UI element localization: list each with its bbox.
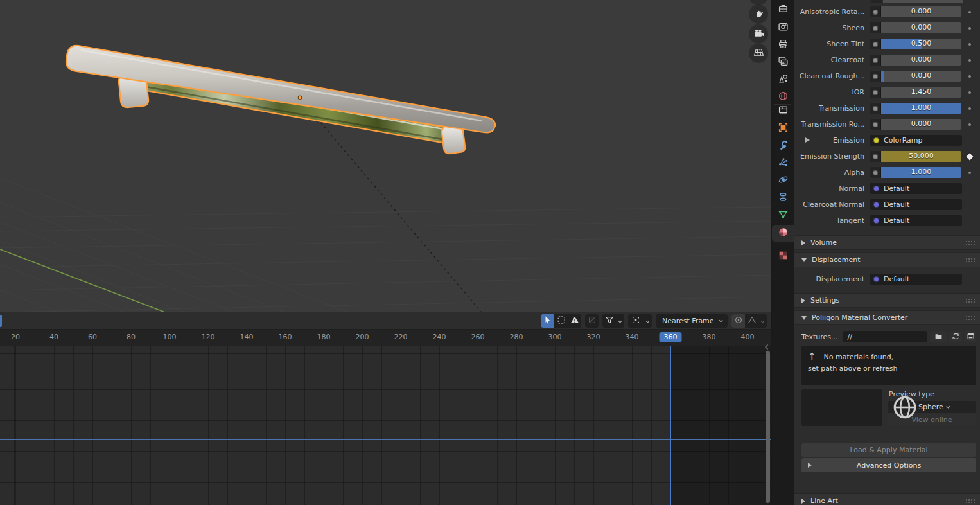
refresh-button[interactable] — [949, 331, 962, 342]
preview-type-dropdown[interactable]: Sphere — [888, 401, 976, 413]
socket-button[interactable] — [870, 151, 881, 162]
animate-indicator[interactable] — [961, 43, 978, 46]
animate-dot-icon — [968, 75, 971, 78]
section-line-art[interactable]: Line Art — [794, 493, 980, 505]
socket-button[interactable] — [870, 6, 881, 17]
textures-path-field[interactable]: // — [843, 331, 928, 342]
value-slider[interactable]: 0.000 — [881, 22, 961, 33]
tab-view-layer[interactable] — [772, 54, 794, 71]
socket-button[interactable] — [870, 103, 881, 114]
node-input[interactable]: Default — [870, 215, 962, 226]
filter-icon — [605, 315, 614, 327]
panel-grip-icon[interactable] — [965, 298, 975, 303]
animate-indicator[interactable] — [961, 75, 978, 78]
socket-button[interactable] — [870, 87, 881, 98]
snap-target-button[interactable] — [628, 314, 643, 328]
current-frame-badge[interactable]: 360 — [660, 332, 682, 342]
socket-button[interactable] — [870, 22, 881, 33]
node-input[interactable]: ColorRamp — [870, 135, 962, 146]
tweak-tool-button[interactable] — [541, 314, 554, 328]
ortho-toggle-gizmo[interactable] — [749, 44, 768, 63]
value-slider[interactable]: 0.000 — [881, 6, 961, 17]
animate-indicator[interactable] — [961, 11, 978, 13]
empty-state-line1: No materials found, — [824, 353, 894, 361]
section-displacement[interactable]: Displacement — [794, 253, 980, 267]
viewport-3d[interactable] — [0, 0, 772, 312]
tab-render[interactable] — [772, 19, 794, 36]
value-slider[interactable]: 1.000 — [881, 103, 961, 114]
displacement-input[interactable]: Default — [870, 274, 962, 285]
proportional-edit-button[interactable] — [731, 314, 745, 328]
panel-grip-icon[interactable] — [965, 499, 975, 503]
value-slider[interactable]: 1.000 — [881, 167, 961, 178]
panel-grip-icon[interactable] — [965, 258, 975, 262]
snap-target-dropdown[interactable] — [643, 314, 652, 328]
socket-button[interactable] — [870, 39, 881, 49]
value-slider[interactable]: 0.030 — [881, 71, 961, 82]
tab-particles[interactable] — [772, 155, 794, 172]
editor-type-button-partial[interactable] — [0, 315, 2, 327]
ruler-tick-80: 80 — [127, 333, 136, 341]
open-folder-button[interactable] — [930, 331, 947, 342]
camera-view-gizmo[interactable] — [749, 24, 768, 44]
animate-indicator[interactable] — [961, 59, 978, 62]
panel-grip-icon[interactable] — [965, 240, 975, 245]
tab-texture[interactable] — [772, 248, 794, 265]
timeline-scrollbar[interactable] — [766, 351, 770, 503]
animate-indicator[interactable] — [961, 172, 978, 174]
tab-tool[interactable] — [772, 1, 794, 18]
animate-indicator[interactable] — [961, 91, 978, 94]
proportional-group — [731, 314, 767, 328]
node-input[interactable]: Default — [870, 199, 962, 210]
box-select-button[interactable] — [554, 314, 568, 328]
tab-material[interactable] — [772, 225, 794, 242]
light-fixture-object[interactable] — [66, 46, 495, 154]
file-browser-button[interactable] — [965, 331, 976, 342]
node-input[interactable]: Default — [870, 183, 962, 194]
socket-button[interactable] — [870, 119, 881, 130]
chevron-down-icon — [718, 318, 724, 324]
tab-physics[interactable] — [772, 172, 794, 189]
pan-gizmo[interactable] — [749, 4, 768, 24]
load-apply-material-button[interactable]: Load & Apply Material — [801, 443, 976, 457]
snap-mode-dropdown[interactable]: Nearest Frame — [656, 314, 728, 328]
animate-indicator[interactable] — [961, 154, 978, 159]
playhead-line[interactable] — [670, 346, 671, 505]
socket-button[interactable] — [870, 167, 881, 178]
warning-button[interactable] — [568, 314, 581, 328]
advanced-options-button[interactable]: Advanced Options — [801, 458, 976, 472]
tab-object[interactable] — [772, 120, 794, 137]
filter-dropdown[interactable] — [616, 314, 624, 328]
animate-dot-icon — [968, 11, 971, 13]
section-volume[interactable]: Volume — [794, 235, 980, 250]
socket-button[interactable] — [870, 55, 881, 66]
value-slider[interactable]: 0.000 — [881, 119, 961, 130]
materials-list-box[interactable]: ↑ No materials found, set path above or … — [801, 346, 976, 385]
animate-indicator[interactable] — [961, 27, 978, 30]
expand-arrow-icon — [808, 463, 812, 468]
falloff-dropdown[interactable] — [758, 314, 767, 328]
timeline-grid[interactable] — [0, 346, 772, 505]
value-slider[interactable]: 0.500 — [881, 39, 961, 49]
filter-button[interactable] — [602, 314, 616, 328]
floor-grid — [0, 168, 772, 312]
tab-constraints[interactable] — [772, 190, 794, 206]
tab-scene[interactable] — [772, 71, 794, 88]
expand-arrow-icon[interactable] — [805, 137, 810, 143]
animate-indicator[interactable] — [961, 107, 978, 110]
falloff-button[interactable] — [745, 314, 758, 328]
value-slider[interactable]: 50.000 — [881, 151, 961, 162]
tab-modifiers[interactable] — [772, 137, 794, 154]
animate-indicator[interactable] — [961, 123, 978, 126]
section-poliigon[interactable]: Poliigon Material Converter — [794, 310, 980, 325]
section-settings[interactable]: Settings — [794, 293, 980, 308]
value-slider[interactable]: 0.000 — [881, 55, 961, 66]
region-collapse-icon[interactable] — [764, 341, 770, 353]
value-slider[interactable]: 1.450 — [881, 87, 961, 98]
tab-object-data[interactable] — [772, 207, 794, 224]
overlap-toggle-button[interactable] — [585, 314, 599, 328]
timeline-ruler[interactable]: 2040608010012014016018020022024026028030… — [0, 330, 772, 346]
panel-grip-icon[interactable] — [965, 315, 975, 320]
socket-button[interactable] — [870, 71, 881, 82]
tab-output[interactable] — [772, 37, 794, 53]
